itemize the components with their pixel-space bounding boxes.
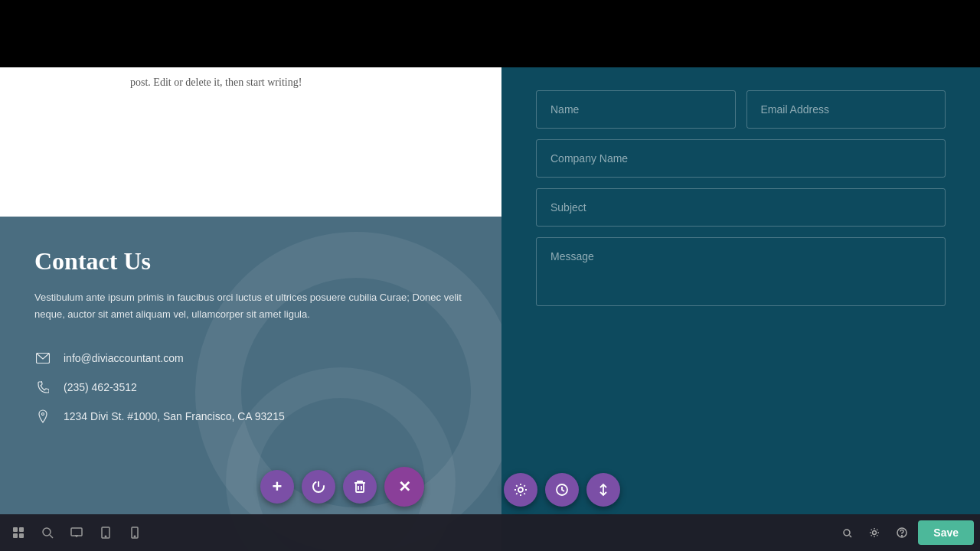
svg-rect-8 xyxy=(71,528,82,536)
svg-line-7 xyxy=(50,535,53,538)
power-fab-button[interactable] xyxy=(302,470,335,504)
contact-phone-row: (235) 462-3512 xyxy=(34,379,467,396)
toolbar-right: Save xyxy=(829,520,980,545)
location-icon xyxy=(34,408,51,425)
svg-rect-17 xyxy=(356,483,364,492)
svg-rect-2 xyxy=(13,527,18,532)
phone-icon xyxy=(34,379,51,396)
contact-address: 1234 Divi St. #1000, San Francisco, CA 9… xyxy=(64,410,285,422)
main-content: post. Edit or delete it, then start writ… xyxy=(0,67,980,551)
svg-rect-3 xyxy=(19,527,24,532)
svg-point-12 xyxy=(105,536,106,536)
contact-email: info@diviaccountant.com xyxy=(64,352,184,364)
svg-rect-4 xyxy=(13,533,18,538)
email-input[interactable] xyxy=(746,90,946,129)
svg-point-27 xyxy=(902,536,903,536)
tablet-icon-btn[interactable] xyxy=(92,519,119,546)
search-icon-btn[interactable] xyxy=(34,519,61,546)
envelope-icon xyxy=(34,350,51,367)
white-section: post. Edit or delete it, then start writ… xyxy=(0,67,501,217)
toolbar-left-icons xyxy=(0,519,153,546)
svg-line-24 xyxy=(849,535,851,537)
svg-point-14 xyxy=(134,536,135,536)
left-panel: post. Edit or delete it, then start writ… xyxy=(0,67,501,551)
mobile-icon-btn[interactable] xyxy=(121,519,149,546)
subject-input[interactable] xyxy=(536,188,946,227)
history-fab-button[interactable] xyxy=(545,473,579,507)
svg-point-6 xyxy=(43,528,51,536)
trash-fab-button[interactable] xyxy=(343,470,377,504)
settings-small-btn[interactable] xyxy=(863,521,886,544)
top-bar xyxy=(0,0,980,67)
contact-title: Contact Us xyxy=(34,247,467,276)
name-input[interactable] xyxy=(536,90,736,129)
contact-section: Contact Us Vestibulum ante ipsum primis … xyxy=(0,217,501,551)
svg-rect-5 xyxy=(19,533,24,538)
bottom-toolbar: + ✕ xyxy=(0,514,980,551)
svg-point-20 xyxy=(518,487,523,492)
contact-description: Vestibulum ante ipsum primis in faucibus… xyxy=(34,289,467,323)
add-fab-button[interactable]: + xyxy=(260,470,294,504)
form-row-name-email xyxy=(536,90,946,129)
grid-icon-btn[interactable] xyxy=(5,519,32,546)
settings-fab-button[interactable] xyxy=(504,473,537,507)
svg-point-1 xyxy=(42,413,44,416)
fab-group-right xyxy=(504,473,620,507)
contact-address-row: 1234 Divi St. #1000, San Francisco, CA 9… xyxy=(34,408,467,425)
contact-phone: (235) 462-3512 xyxy=(64,381,137,393)
monitor-icon-btn[interactable] xyxy=(63,519,90,546)
contact-email-row: info@diviaccountant.com xyxy=(34,350,467,367)
save-button[interactable]: Save xyxy=(918,520,974,545)
svg-point-25 xyxy=(873,531,877,535)
sort-fab-button[interactable] xyxy=(586,473,620,507)
svg-point-23 xyxy=(844,530,850,536)
post-text: post. Edit or delete it, then start writ… xyxy=(130,77,302,89)
search-small-btn[interactable] xyxy=(835,521,858,544)
close-fab-button[interactable]: ✕ xyxy=(384,467,424,507)
company-input[interactable] xyxy=(536,139,946,178)
help-small-btn[interactable] xyxy=(890,521,913,544)
message-textarea[interactable] xyxy=(536,237,946,306)
floating-buttons: + ✕ xyxy=(260,467,424,507)
